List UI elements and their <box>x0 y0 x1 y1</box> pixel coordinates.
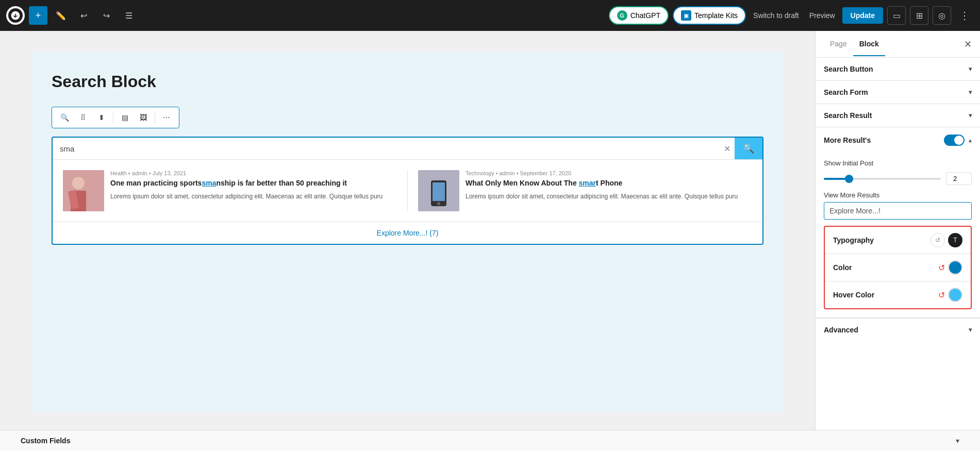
hover-color-row: Hover Color ↺ <box>825 281 971 308</box>
undo-button[interactable]: ↩ <box>74 6 93 25</box>
accessibility-button[interactable]: ◎ <box>933 6 951 25</box>
custom-fields-chevron[interactable]: ▾ <box>956 437 959 445</box>
align-icon[interactable]: ▤ <box>117 109 133 126</box>
slider-track[interactable] <box>824 178 941 180</box>
result-item-2: Technology • admin • September 17, 2020 … <box>418 170 752 211</box>
sidebar-close-button[interactable]: ✕ <box>964 39 972 50</box>
search-button-section-header[interactable]: Search Button ▾ <box>816 58 980 80</box>
result-item-1: Health • admin • July 13, 2021 One man p… <box>63 170 397 211</box>
title-after-1: nship is far better than 50 preaching it <box>216 179 347 187</box>
typography-label: Typography <box>833 236 874 244</box>
chatgpt-label: ChatGPT <box>630 11 660 20</box>
pen-icon-button[interactable]: ✏️ <box>52 6 70 25</box>
more-results-toggle-row: ▴ <box>944 135 972 146</box>
slider-fill <box>824 178 847 180</box>
highlighted-section: Typography ↺ T Color ↺ <box>824 226 972 309</box>
result-excerpt-2: Lorems ipsum dolor sit amet, consectetur… <box>466 192 738 201</box>
search-input-row: ✕ 🔍 <box>53 138 762 160</box>
toolbar-divider-2 <box>155 111 155 124</box>
main-layout: Search Block 🔍 ⠿ ⬍ ▤ 🖼 ⋯ ✕ 🔍 <box>0 31 980 430</box>
title-after-2: t Phone <box>596 179 622 187</box>
more-options-icon[interactable]: ⋯ <box>158 109 175 126</box>
search-input[interactable] <box>53 139 720 158</box>
typography-controls: ↺ T <box>931 233 962 247</box>
chatgpt-button[interactable]: G ChatGPT <box>609 6 669 25</box>
wordpress-logo[interactable] <box>6 6 25 25</box>
color-reset-button[interactable]: ↺ <box>938 263 945 273</box>
result-meta-1: Health • admin • July 13, 2021 <box>110 170 383 176</box>
search-result-label: Search Result <box>824 111 872 120</box>
more-results-toggle[interactable] <box>944 135 965 146</box>
search-clear-button[interactable]: ✕ <box>720 140 735 158</box>
canvas-content: Search Block 🔍 ⠿ ⬍ ▤ 🖼 ⋯ ✕ 🔍 <box>31 52 784 412</box>
title-before-1: One man practicing sports <box>110 179 202 187</box>
preview-button[interactable]: Preview <box>806 11 838 20</box>
result-title-2: What Only Men Know About The smart Phone <box>466 178 738 189</box>
template-kits-button[interactable]: ▣ Template Kits <box>673 6 746 25</box>
hover-color-controls: ↺ <box>938 288 962 302</box>
typography-reset-button[interactable]: ↺ <box>931 233 945 247</box>
show-initial-post-label: Show Initial Post <box>824 159 972 167</box>
block-toolbar: 🔍 ⠿ ⬍ ▤ 🖼 ⋯ <box>52 107 179 128</box>
search-result-section-header[interactable]: Search Result ▾ <box>816 104 980 127</box>
explore-more-link[interactable]: Explore More...! (7) <box>377 229 439 237</box>
typography-picker-button[interactable]: T <box>948 233 962 247</box>
hover-color-picker-button[interactable] <box>948 288 962 302</box>
search-button-section: Search Button ▾ <box>816 58 980 81</box>
tab-page[interactable]: Page <box>824 32 853 56</box>
topbar: + ✏️ ↩ ↪ ☰ G ChatGPT ▣ Template Kits Swi… <box>0 0 980 31</box>
desktop-view-button[interactable]: ▭ <box>887 6 906 25</box>
result-excerpt-1: Lorems ipsum dolor sit amet, consectetur… <box>110 192 383 201</box>
switch-to-draft-button[interactable]: Switch to draft <box>750 11 802 20</box>
title-before-2: What Only Men Know About The <box>466 179 579 187</box>
result-meta-2: Technology • admin • September 17, 2020 <box>466 170 738 176</box>
up-down-icon[interactable]: ⬍ <box>93 109 110 126</box>
slider-value-input[interactable] <box>946 172 972 185</box>
advanced-chevron: ▾ <box>969 326 972 333</box>
search-form-chevron: ▾ <box>969 89 972 96</box>
advanced-section-header[interactable]: Advanced ▾ <box>816 319 980 341</box>
wp-icon <box>10 10 21 21</box>
color-controls: ↺ <box>938 260 962 275</box>
search-tool-icon[interactable]: 🔍 <box>56 109 73 126</box>
custom-fields-bar: Custom Fields ▾ <box>0 430 980 451</box>
search-submit-button[interactable]: 🔍 <box>735 138 762 159</box>
result-image-2 <box>418 170 459 211</box>
toggle-knob <box>954 136 964 145</box>
result-divider <box>407 170 408 211</box>
color-picker-button[interactable] <box>948 260 962 275</box>
image-icon[interactable]: 🖼 <box>135 109 152 126</box>
options-button[interactable]: ⋮ <box>955 6 974 25</box>
view-more-results-input[interactable] <box>824 202 972 220</box>
tech-svg <box>418 170 459 211</box>
explore-more-row: Explore More...! (7) <box>53 222 762 244</box>
search-result-chevron: ▾ <box>969 112 972 119</box>
slider-thumb[interactable] <box>845 175 853 183</box>
sidebar: Page Block ✕ Search Button ▾ Search Form… <box>815 31 980 430</box>
advanced-label: Advanced <box>824 326 858 334</box>
site-view-button[interactable]: ⊞ <box>910 6 928 25</box>
title-highlight-2: smar <box>579 179 596 187</box>
typography-row: Typography ↺ T <box>825 227 971 254</box>
add-block-button[interactable]: + <box>29 6 47 25</box>
redo-button[interactable]: ↪ <box>97 6 115 25</box>
more-results-header[interactable]: More Result's ▴ <box>816 127 980 153</box>
search-widget: ✕ 🔍 <box>52 137 763 245</box>
drag-handle-icon[interactable]: ⠿ <box>75 109 91 126</box>
chatgpt-icon: G <box>617 10 627 21</box>
search-form-section: Search Form ▾ <box>816 81 980 104</box>
update-button[interactable]: Update <box>842 7 883 24</box>
result-content-2: Technology • admin • September 17, 2020 … <box>466 170 738 211</box>
search-form-section-header[interactable]: Search Form ▾ <box>816 81 980 104</box>
hover-color-reset-button[interactable]: ↺ <box>938 290 945 300</box>
canvas-area: Search Block 🔍 ⠿ ⬍ ▤ 🖼 ⋯ ✕ 🔍 <box>0 31 815 430</box>
list-view-button[interactable]: ☰ <box>120 6 138 25</box>
svg-rect-6 <box>433 182 445 201</box>
search-result-section: Search Result ▾ <box>816 104 980 127</box>
search-results: Health • admin • July 13, 2021 One man p… <box>53 160 762 222</box>
search-button-label: Search Button <box>824 65 873 73</box>
highlighted-controls-wrapper: → Typography ↺ T Color <box>824 226 972 309</box>
custom-fields-label: Custom Fields <box>21 437 70 445</box>
tab-block[interactable]: Block <box>853 32 885 56</box>
template-kits-icon: ▣ <box>681 10 691 21</box>
